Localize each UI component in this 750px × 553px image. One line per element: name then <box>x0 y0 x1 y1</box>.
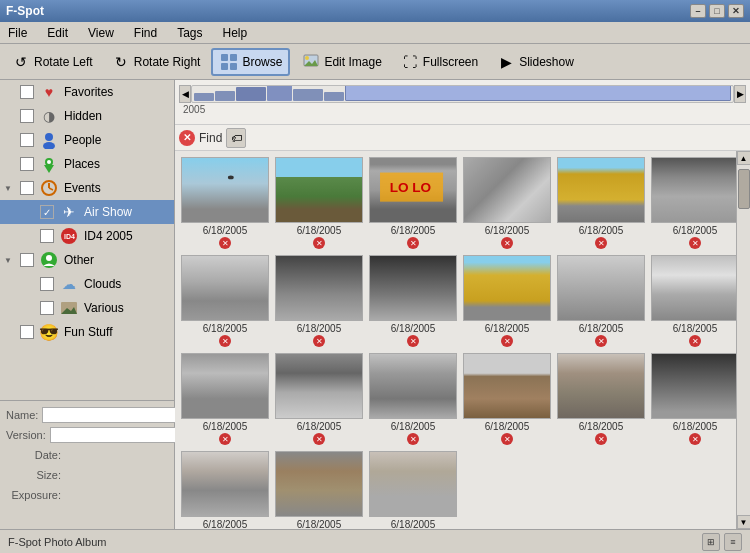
rotate-left-button[interactable]: ↺ Rotate Left <box>4 48 100 76</box>
photo-cell-10[interactable]: 6/18/2005✕ <box>463 255 551 347</box>
slideshow-button[interactable]: ▶ Slideshow <box>489 48 581 76</box>
rotate-left-icon: ↺ <box>11 52 31 72</box>
checkbox-various[interactable] <box>40 301 54 315</box>
checkbox-places[interactable] <box>20 157 34 171</box>
timeline-track[interactable]: ◀ ▶ <box>179 84 746 104</box>
menu-find[interactable]: Find <box>130 25 161 41</box>
slideshow-icon: ▶ <box>496 52 516 72</box>
photo-tag-indicator: ✕ <box>501 335 513 347</box>
photo-thumb <box>275 451 363 517</box>
checkbox-id4[interactable] <box>40 229 54 243</box>
sidebar-item-hidden[interactable]: ◑ Hidden <box>0 104 174 128</box>
sidebar-label-other: Other <box>64 253 94 267</box>
svg-marker-10 <box>44 165 54 173</box>
clouds-icon: ☁ <box>58 273 80 295</box>
checkbox-funstuff[interactable] <box>20 325 34 339</box>
checkbox-hidden[interactable] <box>20 109 34 123</box>
scroll-down-button[interactable]: ▼ <box>737 515 751 529</box>
svg-rect-0 <box>221 54 228 61</box>
browse-button[interactable]: Browse <box>211 48 290 76</box>
minimize-button[interactable]: – <box>690 4 706 18</box>
checkbox-airshow[interactable]: ✓ <box>40 205 54 219</box>
photo-cell-20[interactable]: 6/18/2005✕ <box>275 451 363 529</box>
sidebar-item-events[interactable]: ▼ Events <box>0 176 174 200</box>
timeline-scroll-left[interactable]: ◀ <box>179 85 191 103</box>
sidebar-item-airshow[interactable]: ✓ ✈ Air Show <box>0 200 174 224</box>
maximize-button[interactable]: □ <box>709 4 725 18</box>
checkbox-favorites[interactable] <box>20 85 34 99</box>
sidebar-item-people[interactable]: People <box>0 128 174 152</box>
photo-cell-14[interactable]: 6/18/2005✕ <box>275 353 363 445</box>
find-close-button[interactable]: ✕ <box>179 130 195 146</box>
photo-cell-15[interactable]: 6/18/2005✕ <box>369 353 457 445</box>
photo-cell-11[interactable]: 6/18/2005✕ <box>557 255 645 347</box>
status-list-icon[interactable]: ≡ <box>724 533 742 551</box>
photo-cell-7[interactable]: 6/18/2005✕ <box>181 255 269 347</box>
sidebar-item-id4[interactable]: ID4 ID4 2005 <box>0 224 174 248</box>
status-bar: F-Spot Photo Album ⊞ ≡ <box>0 529 750 553</box>
photo-cell-6[interactable]: 6/18/2005✕ <box>651 157 736 249</box>
photo-thumb <box>651 157 736 223</box>
find-tag-button[interactable]: 🏷 <box>226 128 246 148</box>
checkbox-events[interactable] <box>20 181 34 195</box>
photo-date: 6/18/2005 <box>485 225 530 236</box>
checkbox-clouds[interactable] <box>40 277 54 291</box>
sidebar-item-clouds[interactable]: ☁ Clouds <box>0 272 174 296</box>
timeline-scroll-area[interactable] <box>191 85 734 103</box>
meta-version-label: Version: <box>6 429 46 441</box>
photo-cell-1[interactable]: 6/18/2005✕ <box>181 157 269 249</box>
photo-cell-9[interactable]: 6/18/2005✕ <box>369 255 457 347</box>
photo-thumb <box>181 353 269 419</box>
title-bar: F-Spot – □ ✕ <box>0 0 750 22</box>
meta-version-input[interactable] <box>50 427 194 443</box>
checkbox-other[interactable] <box>20 253 34 267</box>
sidebar-label-id4: ID4 2005 <box>84 229 133 243</box>
photo-grid: 6/18/2005✕6/18/2005✕LO LO6/18/2005✕6/18/… <box>175 151 736 529</box>
menu-file[interactable]: File <box>4 25 31 41</box>
photo-cell-5[interactable]: 6/18/2005✕ <box>557 157 645 249</box>
photo-cell-13[interactable]: 6/18/2005✕ <box>181 353 269 445</box>
photo-date: 6/18/2005 <box>391 421 436 432</box>
photo-tag-indicator: ✕ <box>595 433 607 445</box>
photo-cell-21[interactable]: 6/18/2005✕ <box>369 451 457 529</box>
menu-edit[interactable]: Edit <box>43 25 72 41</box>
photo-cell-4[interactable]: 6/18/2005✕ <box>463 157 551 249</box>
photo-cell-18[interactable]: 6/18/2005✕ <box>651 353 736 445</box>
photo-tag-indicator: ✕ <box>689 237 701 249</box>
sidebar-item-favorites[interactable]: ♥ Favorites <box>0 80 174 104</box>
rotate-right-button[interactable]: ↻ Rotate Right <box>104 48 208 76</box>
photo-cell-17[interactable]: 6/18/2005✕ <box>557 353 645 445</box>
photo-tag-indicator: ✕ <box>407 237 419 249</box>
checkbox-people[interactable] <box>20 133 34 147</box>
content-area: ◀ ▶ 2005 ✕ <box>175 80 750 529</box>
menu-tags[interactable]: Tags <box>173 25 206 41</box>
meta-exposure-row: Exposure: <box>6 485 168 505</box>
menu-help[interactable]: Help <box>219 25 252 41</box>
sidebar-label-airshow: Air Show <box>84 205 132 219</box>
close-button[interactable]: ✕ <box>728 4 744 18</box>
photo-thumb <box>181 451 269 517</box>
meta-name-input[interactable] <box>42 407 186 423</box>
photo-cell-16[interactable]: 6/18/2005✕ <box>463 353 551 445</box>
photo-cell-19[interactable]: 6/18/2005✕ <box>181 451 269 529</box>
meta-date-label: Date: <box>6 449 61 461</box>
sidebar-item-other[interactable]: ▼ Other <box>0 248 174 272</box>
photo-cell-12[interactable]: 6/18/2005✕ <box>651 255 736 347</box>
fullscreen-button[interactable]: ⛶ Fullscreen <box>393 48 485 76</box>
photo-cell-3[interactable]: LO LO6/18/2005✕ <box>369 157 457 249</box>
photo-date: 6/18/2005 <box>485 421 530 432</box>
timeline-scroll-right[interactable]: ▶ <box>734 85 746 103</box>
scroll-up-button[interactable]: ▲ <box>737 151 751 165</box>
scroll-thumb[interactable] <box>738 169 750 209</box>
sidebar-item-funstuff[interactable]: 😎 Fun Stuff <box>0 320 174 344</box>
status-grid-icon[interactable]: ⊞ <box>702 533 720 551</box>
sidebar-item-places[interactable]: Places <box>0 152 174 176</box>
photo-thumb <box>557 157 645 223</box>
photo-cell-2[interactable]: 6/18/2005✕ <box>275 157 363 249</box>
sidebar: ♥ Favorites ◑ Hidden P <box>0 80 175 400</box>
menu-view[interactable]: View <box>84 25 118 41</box>
edit-image-button[interactable]: Edit Image <box>294 48 388 76</box>
vertical-scrollbar[interactable]: ▲ ▼ <box>736 151 750 529</box>
sidebar-item-various[interactable]: Various <box>0 296 174 320</box>
photo-cell-8[interactable]: 6/18/2005✕ <box>275 255 363 347</box>
